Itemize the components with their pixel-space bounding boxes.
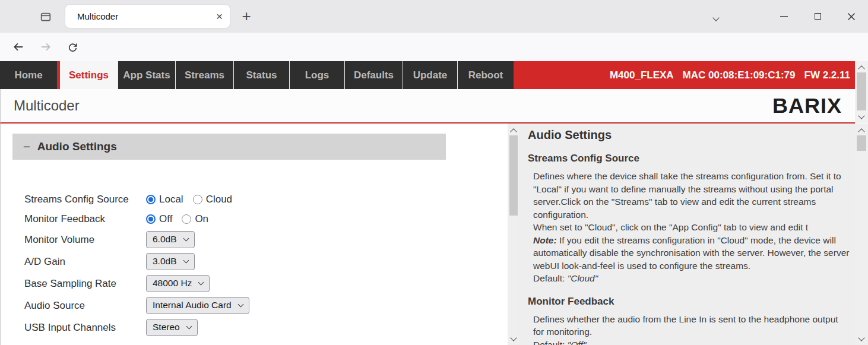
- settings-form: Streams Config Source Local Cloud Monito…: [24, 189, 508, 338]
- nav-tab-defaults[interactable]: Defaults: [344, 61, 403, 89]
- new-tab-button[interactable]: +: [236, 6, 256, 26]
- forward-arrow-icon: [40, 41, 52, 53]
- page-header: Multicoder BARIX: [0, 89, 855, 124]
- collapse-icon[interactable]: −: [23, 140, 30, 154]
- default-value: "Off": [568, 340, 587, 345]
- field-label: Audio Source: [24, 300, 146, 312]
- radio-option-cloud[interactable]: Cloud: [193, 194, 232, 205]
- window-maximize-button[interactable]: [804, 0, 831, 33]
- chevron-down-icon: [186, 324, 192, 330]
- audio-settings-section-header[interactable]: − Audio Settings: [12, 134, 446, 160]
- radio-option-local[interactable]: Local: [146, 194, 183, 205]
- form-row-ad-gain: A/D Gain 3.0dB: [24, 251, 508, 273]
- scroll-up-arrow[interactable]: [855, 62, 868, 72]
- help-title: Audio Settings: [528, 128, 850, 142]
- scroll-up-arrow[interactable]: [508, 125, 519, 135]
- radio-selected-icon[interactable]: [146, 214, 156, 224]
- radio-unselected-icon[interactable]: [182, 214, 191, 224]
- page-title: Multicoder: [14, 97, 80, 114]
- form-row-monitor-volume: Monitor Volume 6.0dB: [24, 229, 508, 251]
- form-row-monitor-feedback: Monitor Feedback Off On: [24, 209, 508, 229]
- window-minimize-button[interactable]: [770, 0, 797, 33]
- radio-option-off[interactable]: Off: [146, 213, 172, 225]
- help-frame-scrollbar[interactable]: [855, 124, 868, 345]
- scroll-down-arrow[interactable]: [508, 334, 519, 344]
- forward-button[interactable]: [36, 37, 56, 56]
- base-sampling-rate-select[interactable]: 48000 Hz: [146, 275, 210, 292]
- browser-tab[interactable]: Multicoder ×: [65, 5, 230, 28]
- help-heading-monitor-feedback: Monitor Feedback: [528, 296, 850, 308]
- list-all-tabs-button[interactable]: [714, 12, 718, 23]
- device-firmware: FW 2.2.11: [804, 69, 850, 81]
- default-value: "Cloud": [568, 273, 598, 283]
- chevron-down-icon: [183, 258, 189, 264]
- device-nav-bar: Home Settings App Stats Streams Status L…: [0, 61, 855, 89]
- field-label: Base Sampling Rate: [24, 278, 146, 290]
- form-row-usb-input-channels: USB Input Channels Stereo: [24, 316, 508, 338]
- browser-window: Multicoder × +: [0, 0, 868, 345]
- back-arrow-icon: [12, 41, 24, 53]
- radio-option-on[interactable]: On: [182, 213, 208, 225]
- scroll-down-arrow[interactable]: [855, 334, 868, 344]
- reload-button[interactable]: [62, 37, 83, 56]
- select-value: 48000 Hz: [153, 278, 192, 289]
- monitor-volume-select[interactable]: 6.0dB: [146, 231, 195, 248]
- nav-tab-app-stats[interactable]: App Stats: [118, 61, 175, 89]
- default-label: Default:: [533, 273, 568, 283]
- field-label: Streams Config Source: [24, 194, 146, 205]
- barix-logo: BARIX: [772, 94, 842, 118]
- maximize-icon: [815, 13, 821, 20]
- device-model: M400_FLEXA: [610, 69, 674, 81]
- firefox-view-icon: [39, 10, 52, 23]
- section-title: Audio Settings: [37, 140, 117, 153]
- radio-unselected-icon[interactable]: [193, 195, 202, 204]
- radio-label: Cloud: [206, 194, 232, 205]
- scrollbar-thumb[interactable]: [509, 135, 518, 216]
- help-default-line: Default: "Off": [533, 338, 850, 345]
- radio-label: On: [195, 213, 208, 225]
- form-row-audio-source: Audio Source Internal Audio Card: [24, 295, 508, 316]
- tab-close-icon[interactable]: ×: [216, 11, 223, 22]
- field-label: A/D Gain: [24, 256, 146, 268]
- radio-label: Off: [159, 213, 172, 225]
- help-paragraph: Defines whether the audio from the Line …: [533, 313, 850, 338]
- usb-input-channels-select[interactable]: Stereo: [146, 319, 198, 336]
- nav-tab-reboot[interactable]: Reboot: [457, 61, 514, 89]
- plus-icon: +: [242, 7, 251, 26]
- help-frame: Audio Settings Streams Config Source Def…: [519, 124, 855, 345]
- nav-tab-streams[interactable]: Streams: [175, 61, 233, 89]
- nav-tab-status[interactable]: Status: [233, 61, 289, 89]
- default-label: Default:: [533, 340, 568, 345]
- window-close-button[interactable]: [838, 0, 865, 33]
- audio-source-select[interactable]: Internal Audio Card: [146, 297, 249, 314]
- ad-gain-select[interactable]: 3.0dB: [146, 253, 195, 270]
- device-info-banner: M400_FLEXA MAC 00:08:E1:09:C1:79 FW 2.2.…: [514, 61, 855, 89]
- settings-frame-scrollbar[interactable]: [508, 124, 519, 345]
- select-value: Internal Audio Card: [153, 300, 232, 311]
- field-label: USB Input Channels: [24, 322, 146, 334]
- device-mac: MAC 00:08:E1:09:C1:79: [683, 69, 796, 81]
- chevron-down-icon: [198, 280, 204, 286]
- tab-strip: Multicoder × +: [0, 0, 868, 33]
- chevron-down-icon: [183, 236, 189, 242]
- back-button[interactable]: [8, 37, 28, 56]
- settings-frame: − Audio Settings Streams Config Source L…: [0, 124, 508, 345]
- nav-tab-logs[interactable]: Logs: [289, 61, 344, 89]
- note-label: Note:: [533, 235, 557, 245]
- select-value: 3.0dB: [153, 256, 177, 267]
- page-scrollbar[interactable]: [855, 61, 868, 123]
- scrollbar-thumb[interactable]: [857, 135, 866, 151]
- help-heading-streams-config-source: Streams Config Source: [528, 153, 850, 164]
- scroll-down-arrow[interactable]: [855, 112, 868, 122]
- nav-tab-settings[interactable]: Settings: [57, 61, 118, 89]
- scroll-up-arrow[interactable]: [855, 125, 868, 135]
- help-default-line: Default: "Cloud": [533, 272, 850, 285]
- form-row-streams-config-source: Streams Config Source Local Cloud: [24, 189, 508, 209]
- radio-selected-icon[interactable]: [146, 195, 156, 204]
- nav-tab-home[interactable]: Home: [0, 61, 57, 89]
- scrollbar-thumb[interactable]: [857, 72, 866, 110]
- firefox-view-button[interactable]: [36, 8, 56, 26]
- tab-title: Multicoder: [77, 11, 216, 21]
- select-value: Stereo: [153, 322, 180, 333]
- nav-tab-update[interactable]: Update: [403, 61, 457, 89]
